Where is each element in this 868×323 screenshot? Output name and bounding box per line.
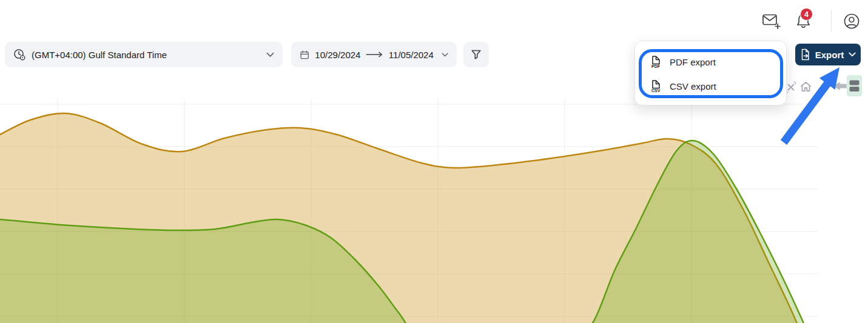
- menu-item-csv-export[interactable]: CSV CSV export: [635, 77, 786, 95]
- pan-back-icon: [833, 81, 847, 91]
- notification-count-badge: 4: [800, 8, 813, 21]
- invite-mail-button[interactable]: [761, 11, 781, 30]
- date-start: 10/29/2024: [315, 50, 360, 60]
- pan-back-button[interactable]: [833, 81, 847, 92]
- export-menu: PDF PDF export CSV CSV export: [634, 41, 787, 105]
- filter-funnel-icon: [470, 48, 482, 61]
- export-file-icon: [800, 48, 810, 61]
- menu-item-label: PDF export: [670, 57, 716, 67]
- date-range-picker[interactable]: 10/29/2024 11/05/2024: [291, 42, 457, 67]
- profile-button[interactable]: [842, 12, 861, 31]
- filter-button[interactable]: [463, 42, 489, 67]
- home-icon: [799, 81, 812, 93]
- menu-item-label: CSV export: [670, 81, 716, 92]
- chevron-down-icon: [266, 52, 274, 58]
- topbar-divider: [831, 9, 832, 32]
- export-button[interactable]: Export: [795, 44, 861, 65]
- svg-text:CSV: CSV: [651, 88, 661, 93]
- export-button-label: Export: [815, 50, 844, 60]
- profile-icon: [843, 13, 860, 30]
- svg-text:PDF: PDF: [651, 64, 661, 68]
- chevron-down-icon: [849, 52, 856, 57]
- csv-file-icon: CSV: [650, 80, 662, 93]
- date-end: 11/05/2024: [389, 50, 434, 60]
- arrow-right-icon: [366, 51, 383, 58]
- chevron-down-icon: [442, 52, 448, 58]
- menu-item-pdf-export[interactable]: PDF PDF export: [635, 53, 786, 71]
- timezone-clock-icon: [13, 48, 25, 61]
- calendar-icon: [300, 49, 309, 61]
- pdf-file-icon: PDF: [650, 56, 662, 68]
- timezone-select[interactable]: (GMT+04:00) Gulf Standard Time: [5, 42, 283, 67]
- chart-menu-button[interactable]: [847, 75, 862, 96]
- home-button[interactable]: [799, 80, 812, 93]
- chart-menu-icon: [849, 79, 860, 93]
- timezone-label: (GMT+04:00) Gulf Standard Time: [32, 50, 260, 60]
- mail-plus-icon: [762, 13, 781, 29]
